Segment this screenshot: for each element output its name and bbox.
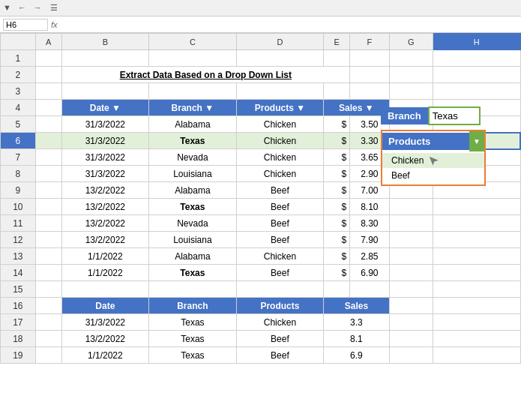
- spreadsheet: ▼ ← → ☰ fx A: [0, 0, 521, 420]
- bottom-date-2[interactable]: 13/2/2022: [61, 331, 149, 347]
- cell-branch-6[interactable]: Texas: [149, 133, 237, 149]
- cell-A3[interactable]: [35, 83, 61, 100]
- cell-product-8[interactable]: Chicken: [236, 166, 324, 182]
- row-num-14: 14: [1, 265, 36, 281]
- dropdown-item-beef[interactable]: Beef: [382, 168, 484, 183]
- cell-branch-11[interactable]: Nevada: [149, 215, 237, 232]
- cell-C1[interactable]: [149, 50, 237, 67]
- bottom-branch-2[interactable]: Texas: [149, 331, 237, 347]
- bottom-date-1[interactable]: 31/3/2022: [61, 314, 149, 331]
- cell-date-9[interactable]: 13/2/2022: [61, 182, 149, 199]
- bottom-amount-3[interactable]: 6.9: [324, 347, 389, 364]
- cell-date-8[interactable]: 31/3/2022: [61, 166, 149, 182]
- bottom-amount-1[interactable]: 3.3: [324, 314, 389, 331]
- cell-date-5[interactable]: 31/3/2022: [61, 116, 149, 133]
- cell-F2[interactable]: [350, 67, 389, 83]
- cell-G1[interactable]: [389, 50, 433, 67]
- fx-label: fx: [51, 20, 58, 29]
- cell-date-12[interactable]: 13/2/2022: [61, 232, 149, 248]
- branch-value[interactable]: Texas: [428, 106, 481, 125]
- cell-A2[interactable]: [35, 67, 61, 83]
- cell-branch-14[interactable]: Texas: [149, 265, 237, 281]
- cell-product-10[interactable]: Beef: [236, 199, 324, 215]
- cell-H2[interactable]: [433, 67, 520, 83]
- cell-date-6[interactable]: 31/3/2022: [61, 133, 149, 149]
- cell-dollar-10[interactable]: $: [324, 199, 350, 215]
- cell-product-9[interactable]: Beef: [236, 182, 324, 199]
- cell-dollar-7[interactable]: $: [324, 149, 350, 166]
- bottom-branch-1[interactable]: Texas: [149, 314, 237, 331]
- cell-branch-8[interactable]: Louisiana: [149, 166, 237, 182]
- spreadsheet-grid: A B C D E F G H 1: [0, 33, 521, 364]
- cell-branch-13[interactable]: Alabama: [149, 248, 237, 265]
- cell-amount-11[interactable]: 8.30: [350, 215, 389, 232]
- row-num-3: 3: [1, 83, 36, 100]
- bottom-product-3[interactable]: Beef: [236, 347, 324, 364]
- cell-branch-9[interactable]: Alabama: [149, 182, 237, 199]
- cell-F1[interactable]: [350, 50, 389, 67]
- dropdown-arrow-icon[interactable]: ▼: [469, 131, 484, 152]
- cell-D3[interactable]: [236, 83, 324, 100]
- dropdown-item-chicken[interactable]: Chicken: [382, 153, 484, 168]
- cell-date-7[interactable]: 31/3/2022: [61, 149, 149, 166]
- cell-product-12[interactable]: Beef: [236, 232, 324, 248]
- row-num-18: 18: [1, 331, 36, 347]
- cell-H3[interactable]: [433, 83, 520, 100]
- dropdown-overlay: Branch Texas Products ▼ Chicken Beef: [381, 106, 486, 186]
- cell-product-11[interactable]: Beef: [236, 215, 324, 232]
- bottom-branch-3[interactable]: Texas: [149, 347, 237, 364]
- branch-label: Branch: [381, 107, 428, 124]
- cell-E1[interactable]: [324, 50, 350, 67]
- cell-branch-12[interactable]: Louisiana: [149, 232, 237, 248]
- name-box[interactable]: [3, 19, 48, 31]
- cell-A4[interactable]: [35, 100, 61, 116]
- cell-dollar-5[interactable]: $: [324, 116, 350, 133]
- cell-product-6[interactable]: Chicken: [236, 133, 324, 149]
- products-label: Products: [382, 133, 469, 150]
- cell-product-13[interactable]: Chicken: [236, 248, 324, 265]
- cell-date-13[interactable]: 1/1/2022: [61, 248, 149, 265]
- cell-dollar-6[interactable]: $: [324, 133, 350, 149]
- bottom-header-branch: Branch: [149, 298, 237, 314]
- bottom-product-1[interactable]: Chicken: [236, 314, 324, 331]
- cell-product-7[interactable]: Chicken: [236, 149, 324, 166]
- products-header-row: Products ▼: [382, 131, 484, 152]
- cell-G2[interactable]: [389, 67, 433, 83]
- cell-B1[interactable]: [61, 50, 149, 67]
- row-12: 12 13/2/2022 Louisiana Beef $ 7.90: [1, 232, 521, 248]
- main-area: A B C D E F G H 1: [0, 33, 521, 420]
- corner-cell: [1, 34, 36, 50]
- cell-date-11[interactable]: 13/2/2022: [61, 215, 149, 232]
- bottom-product-2[interactable]: Beef: [236, 331, 324, 347]
- cell-product-5[interactable]: Chicken: [236, 116, 324, 133]
- cell-branch-10[interactable]: Texas: [149, 199, 237, 215]
- cell-C3[interactable]: [149, 83, 237, 100]
- cell-amount-14[interactable]: 6.90: [350, 265, 389, 281]
- cell-dollar-9[interactable]: $: [324, 182, 350, 199]
- cell-dollar-11[interactable]: $: [324, 215, 350, 232]
- bottom-date-3[interactable]: 1/1/2022: [61, 347, 149, 364]
- cell-branch-7[interactable]: Nevada: [149, 149, 237, 166]
- cell-dollar-14[interactable]: $: [324, 265, 350, 281]
- cell-G3[interactable]: [389, 83, 433, 100]
- cell-D1[interactable]: [236, 50, 324, 67]
- cell-product-14[interactable]: Beef: [236, 265, 324, 281]
- row-num-7: 7: [1, 149, 36, 166]
- cell-date-14[interactable]: 1/1/2022: [61, 265, 149, 281]
- cell-branch-5[interactable]: Alabama: [149, 116, 237, 133]
- cell-amount-12[interactable]: 7.90: [350, 232, 389, 248]
- cell-date-10[interactable]: 13/2/2022: [61, 199, 149, 215]
- cell-B3[interactable]: [61, 83, 149, 100]
- cell-amount-10[interactable]: 8.10: [350, 199, 389, 215]
- cell-A1[interactable]: [35, 50, 61, 67]
- cell-F3[interactable]: [350, 83, 389, 100]
- cell-dollar-8[interactable]: $: [324, 166, 350, 182]
- cell-H1[interactable]: [433, 50, 520, 67]
- bottom-amount-2[interactable]: 8.1: [324, 331, 389, 347]
- cell-amount-13[interactable]: 2.85: [350, 248, 389, 265]
- cell-E3[interactable]: [324, 83, 350, 100]
- row-num-13: 13: [1, 248, 36, 265]
- cell-dollar-12[interactable]: $: [324, 232, 350, 248]
- row-num-2: 2: [1, 67, 36, 83]
- cell-dollar-13[interactable]: $: [324, 248, 350, 265]
